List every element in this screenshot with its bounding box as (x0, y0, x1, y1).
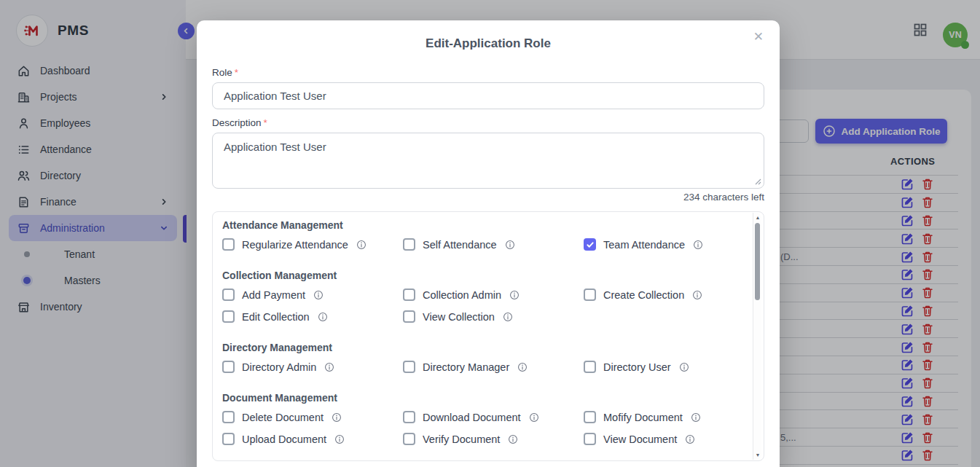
permission-label: View Document (603, 433, 677, 445)
permission-label: Directory Manager (423, 361, 509, 373)
scroll-down-icon[interactable]: ▼ (753, 452, 762, 458)
permission-item-add-payment[interactable]: Add Payment (222, 289, 403, 301)
characters-left-counter: 234 characters left (212, 192, 764, 203)
info-icon[interactable] (692, 290, 702, 300)
role-input[interactable] (212, 82, 764, 109)
scrollbar[interactable]: ▲ ▼ (753, 213, 761, 460)
checkbox-unchecked[interactable] (222, 289, 235, 301)
modal-body: Role* Description* Application Test User… (197, 67, 780, 461)
info-icon[interactable] (318, 312, 328, 322)
permission-item-directory-admin[interactable]: Directory Admin (222, 361, 403, 373)
checkbox-unchecked[interactable] (222, 361, 235, 373)
permission-label: Delete Document (242, 412, 324, 423)
close-icon[interactable]: ✕ (750, 28, 767, 46)
checkbox-unchecked[interactable] (403, 361, 415, 373)
permission-label: Mofify Document (603, 412, 683, 423)
scroll-up-icon[interactable]: ▲ (753, 215, 762, 220)
permission-grid: Regularize AttendanceSelf AttendanceTeam… (222, 238, 740, 251)
info-icon[interactable] (529, 412, 539, 423)
info-icon[interactable] (503, 312, 513, 322)
permission-grid: Directory AdminDirectory ManagerDirector… (222, 361, 740, 373)
permission-label: Directory Admin (242, 361, 316, 373)
permission-item-create-collection[interactable]: Create Collection (584, 289, 740, 301)
scrollbar-thumb[interactable] (755, 223, 760, 300)
checkbox-unchecked[interactable] (222, 411, 235, 423)
checkbox-unchecked[interactable] (403, 238, 415, 251)
permission-section-directory-management: Directory ManagementDirectory AdminDirec… (222, 342, 740, 373)
permission-section-title: Document Management (222, 392, 740, 404)
info-icon[interactable] (693, 240, 703, 250)
permission-label: Collection Admin (423, 289, 501, 301)
required-marker: * (264, 117, 267, 128)
permission-section-title: Collection Management (222, 270, 740, 281)
info-icon[interactable] (356, 240, 366, 250)
permission-section-title: Directory Management (222, 342, 740, 353)
checkbox-unchecked[interactable] (584, 289, 596, 301)
permission-section-title: Attendance Management (222, 219, 740, 231)
permission-item-self-attendance[interactable]: Self Attendance (403, 238, 584, 251)
info-icon[interactable] (685, 434, 695, 444)
info-icon[interactable] (313, 290, 324, 300)
info-icon[interactable] (679, 362, 689, 372)
info-icon[interactable] (509, 290, 520, 300)
checkbox-unchecked[interactable] (584, 411, 596, 423)
permission-item-upload-document[interactable]: Upload Document (222, 433, 403, 445)
edit-application-role-modal: ✕ Edit-Application Role Role* Descriptio… (197, 20, 780, 467)
permission-item-download-document[interactable]: Download Document (403, 411, 584, 423)
checkbox-unchecked[interactable] (584, 433, 596, 445)
permission-grid: Add PaymentCollection AdminCreate Collec… (222, 289, 740, 323)
info-icon[interactable] (334, 434, 345, 444)
app-root: PMS DashboardProjectsEmployeesAttendance… (0, 0, 980, 467)
description-label: Description* (212, 117, 764, 128)
permission-item-delete-document[interactable]: Delete Document (222, 411, 403, 423)
info-icon[interactable] (505, 240, 515, 250)
permission-grid: Delete DocumentDownload DocumentMofify D… (222, 411, 740, 445)
checkbox-unchecked[interactable] (222, 433, 235, 445)
permission-label: Team Attendance (603, 239, 685, 251)
role-label: Role* (212, 67, 764, 78)
permission-item-directory-manager[interactable]: Directory Manager (403, 361, 584, 373)
info-icon[interactable] (324, 362, 334, 372)
checkbox-unchecked[interactable] (403, 433, 415, 445)
info-icon[interactable] (691, 412, 701, 423)
permission-label: Verify Document (423, 433, 500, 445)
permissions-panel: Attendance ManagementRegularize Attendan… (212, 211, 764, 461)
permission-label: Upload Document (242, 433, 326, 445)
permission-label: Add Payment (242, 289, 305, 301)
checkbox-unchecked[interactable] (222, 238, 235, 251)
checkbox-unchecked[interactable] (403, 310, 415, 323)
info-icon[interactable] (517, 362, 528, 372)
permission-section-document-management: Document ManagementDelete DocumentDownlo… (222, 392, 740, 445)
permission-item-view-document[interactable]: View Document (584, 433, 740, 445)
checkbox-unchecked[interactable] (222, 310, 235, 323)
permission-sections: Attendance ManagementRegularize Attendan… (222, 219, 740, 445)
permission-label: Regularize Attendance (242, 239, 348, 251)
permission-item-verify-document[interactable]: Verify Document (403, 433, 584, 445)
modal-title: Edit-Application Role (197, 20, 780, 51)
permission-label: Directory User (603, 361, 671, 373)
permission-section-collection-management: Collection ManagementAdd PaymentCollecti… (222, 270, 740, 323)
checkbox-unchecked[interactable] (403, 289, 415, 301)
checkbox-unchecked[interactable] (403, 411, 415, 423)
permission-label: Create Collection (603, 289, 684, 301)
required-marker: * (235, 67, 238, 78)
permission-section-attendance-management: Attendance ManagementRegularize Attendan… (222, 219, 740, 251)
checkbox-unchecked[interactable] (584, 361, 596, 373)
permission-item-regularize-attendance[interactable]: Regularize Attendance (222, 238, 403, 251)
permission-item-mofify-document[interactable]: Mofify Document (584, 411, 740, 423)
permission-item-view-collection[interactable]: View Collection (403, 310, 584, 323)
permission-label: View Collection (423, 311, 495, 323)
description-textarea[interactable]: Application Test User (212, 133, 764, 189)
permission-item-team-attendance[interactable]: Team Attendance (584, 238, 740, 251)
permission-label: Download Document (423, 412, 521, 423)
permission-label: Self Attendance (423, 239, 497, 251)
permission-item-edit-collection[interactable]: Edit Collection (222, 310, 403, 323)
checkbox-checked[interactable] (584, 238, 596, 251)
permission-item-collection-admin[interactable]: Collection Admin (403, 289, 584, 301)
info-icon[interactable] (508, 434, 518, 444)
info-icon[interactable] (332, 412, 342, 423)
permission-item-directory-user[interactable]: Directory User (584, 361, 740, 373)
permission-label: Edit Collection (242, 311, 310, 323)
